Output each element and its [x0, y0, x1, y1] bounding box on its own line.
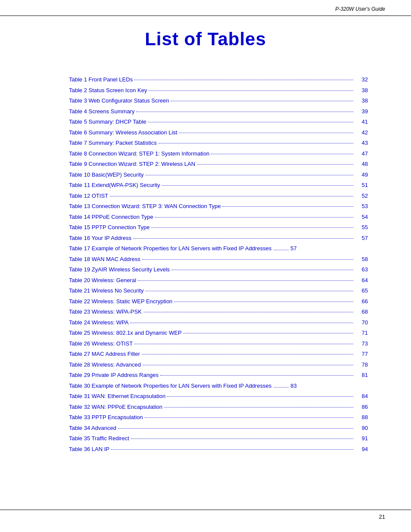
- toc-dots: [145, 291, 353, 291]
- toc-entry[interactable]: Table 8 Connection Wizard: STEP 1: Syste…: [69, 149, 368, 158]
- toc-link[interactable]: Table 5 Summary: DHCP Table: [69, 118, 146, 126]
- toc-entry[interactable]: Table 28 Wireless: Advanced78: [69, 361, 368, 369]
- toc-page: 73: [355, 339, 368, 348]
- toc-entry[interactable]: Table 15 PPTP Connection Type55: [69, 223, 368, 232]
- toc-entry[interactable]: Table 30 Example of Network Properties f…: [69, 382, 368, 390]
- toc-entry[interactable]: Table 16 Your IP Address57: [69, 234, 368, 243]
- toc-link[interactable]: Table 9 Connection Wizard: STEP 2: Wirel…: [69, 160, 195, 168]
- toc-entry[interactable]: Table 6 Summary: Wireless Association Li…: [69, 128, 368, 137]
- toc-link[interactable]: Table 13 Connection Wizard: STEP 3: WAN …: [69, 202, 221, 211]
- toc-entry[interactable]: Table 24 Wireless: WPA70: [69, 318, 368, 327]
- toc-link[interactable]: Table 31 WAN: Ethernet Encapsulation: [69, 392, 165, 401]
- toc-link[interactable]: Table 1 Front Panel LEDs: [69, 75, 133, 84]
- toc-entry[interactable]: Table 1 Front Panel LEDs32: [69, 75, 368, 84]
- toc-entry[interactable]: Table 33 PPTP Encapsulation88: [69, 413, 368, 422]
- toc-link[interactable]: Table 19 ZyAIR Wireless Security Levels: [69, 265, 170, 274]
- page-footer: 21: [0, 510, 411, 523]
- toc-dots: [171, 270, 353, 270]
- toc-link[interactable]: Table 36 LAN IP: [69, 445, 109, 454]
- toc-entry[interactable]: Table 17 Example of Network Properties f…: [69, 244, 368, 253]
- toc-link[interactable]: Table 4 Screens Summary: [69, 107, 134, 116]
- toc-entry[interactable]: Table 7 Summary: Packet Statistics43: [69, 139, 368, 147]
- toc-link[interactable]: Table 14 PPPoE Connection Type: [69, 213, 153, 221]
- toc-link[interactable]: Table 25 Wireless: 802.1x and Dynamic WE…: [69, 329, 182, 337]
- toc-page: 54: [355, 213, 368, 221]
- toc-entry[interactable]: Table 25 Wireless: 802.1x and Dynamic WE…: [69, 329, 368, 337]
- toc-page: 58: [355, 255, 368, 264]
- toc-link[interactable]: Table 3 Web Configurator Status Screen: [69, 96, 169, 105]
- toc-entry[interactable]: Table 31 WAN: Ethernet Encapsulation84: [69, 392, 368, 401]
- toc-dots: [162, 185, 353, 186]
- toc-link[interactable]: Table 15 PPTP Connection Type: [69, 223, 149, 232]
- toc-entry[interactable]: Table 34 Advanced90: [69, 424, 368, 432]
- toc-entry[interactable]: Table 5 Summary: DHCP Table41: [69, 118, 368, 126]
- toc-entry[interactable]: Table 32 WAN: PPPoE Encapsulation86: [69, 403, 368, 411]
- toc-entry[interactable]: Table 18 WAN MAC Address58: [69, 255, 368, 264]
- toc-dots: [174, 302, 353, 302]
- toc-page: 68: [355, 308, 368, 316]
- toc-page: 48: [355, 160, 368, 168]
- toc-link[interactable]: Table 12 OTIST: [69, 192, 108, 200]
- toc-page: 57: [290, 244, 296, 253]
- toc-entry[interactable]: Table 10 Basic(WEP) Security49: [69, 171, 368, 179]
- toc-entry[interactable]: Table 20 Wireless: General64: [69, 276, 368, 285]
- toc-link[interactable]: Table 32 WAN: PPPoE Encapsulation: [69, 403, 162, 411]
- toc-link[interactable]: Table 24 Wireless: WPA: [69, 318, 128, 327]
- toc-entry[interactable]: Table 2 Status Screen Icon Key38: [69, 86, 368, 95]
- toc-entry[interactable]: Table 35 Traffic Redirect91: [69, 434, 368, 443]
- toc-link[interactable]: Table 26 Wireless: OTIST: [69, 339, 133, 348]
- toc-link[interactable]: Table 28 Wireless: Advanced: [69, 361, 141, 369]
- toc-entry[interactable]: Table 23 Wireless: WPA-PSK68: [69, 308, 368, 316]
- toc-page: 38: [355, 86, 368, 95]
- toc-link[interactable]: Table 21 Wireless No Security: [69, 286, 143, 295]
- toc-page: 32: [355, 75, 368, 84]
- page-title: List of Tables: [26, 29, 385, 50]
- toc-link[interactable]: Table 33 PPTP Encapsulation: [69, 413, 143, 422]
- toc-link[interactable]: Table 29 Private IP Address Ranges: [69, 371, 159, 380]
- toc-section: Table 1 Front Panel LEDs32Table 2 Status…: [0, 75, 411, 473]
- toc-entry[interactable]: Table 36 LAN IP94: [69, 445, 368, 454]
- toc-page: 88: [355, 413, 368, 422]
- toc-link[interactable]: Table 2 Status Screen Icon Key: [69, 86, 147, 95]
- toc-entry[interactable]: Table 21 Wireless No Security65: [69, 286, 368, 295]
- toc-entry[interactable]: Table 9 Connection Wizard: STEP 2: Wirel…: [69, 160, 368, 168]
- page-title-section: List of Tables: [0, 16, 411, 75]
- toc-link[interactable]: Table 10 Basic(WEP) Security: [69, 171, 143, 179]
- toc-entry[interactable]: Table 3 Web Configurator Status Screen38: [69, 96, 368, 105]
- toc-link[interactable]: Table 23 Wireless: WPA-PSK: [69, 308, 142, 316]
- toc-link[interactable]: Table 27 MAC Address Filter: [69, 350, 140, 358]
- toc-dots: [145, 175, 353, 175]
- toc-dots: [149, 90, 353, 91]
- toc-link[interactable]: Table 22 Wireless: Static WEP Encryption: [69, 297, 172, 306]
- toc-link[interactable]: Table 11 Extend(WPA-PSK) Security: [69, 181, 160, 190]
- toc-entry[interactable]: Table 11 Extend(WPA-PSK) Security51: [69, 181, 368, 190]
- toc-dots: [179, 133, 353, 133]
- toc-page: 77: [355, 350, 368, 358]
- toc-entry[interactable]: Table 4 Screens Summary39: [69, 107, 368, 116]
- toc-entry[interactable]: Table 26 Wireless: OTIST73: [69, 339, 368, 348]
- toc-entry[interactable]: Table 22 Wireless: Static WEP Encryption…: [69, 297, 368, 306]
- toc-dots: [159, 143, 353, 143]
- toc-link[interactable]: Table 30 Example of Network Properties f…: [69, 382, 271, 390]
- toc-entry[interactable]: Table 14 PPPoE Connection Type54: [69, 213, 368, 221]
- toc-entry[interactable]: Table 29 Private IP Address Ranges81: [69, 371, 368, 380]
- toc-link[interactable]: Table 7 Summary: Packet Statistics: [69, 139, 157, 147]
- toc-entry[interactable]: Table 19 ZyAIR Wireless Security Levels6…: [69, 265, 368, 274]
- toc-page: 71: [355, 329, 368, 337]
- toc-entry[interactable]: Table 12 OTIST52: [69, 192, 368, 200]
- toc-link[interactable]: Table 34 Advanced: [69, 424, 116, 432]
- toc-link[interactable]: Table 17 Example of Network Properties f…: [69, 244, 271, 253]
- toc-link[interactable]: Table 16 Your IP Address: [69, 234, 131, 243]
- toc-entry[interactable]: Table 27 MAC Address Filter77: [69, 350, 368, 358]
- toc-link[interactable]: Table 18 WAN MAC Address: [69, 255, 140, 264]
- toc-dots: [171, 101, 353, 101]
- toc-link[interactable]: Table 6 Summary: Wireless Association Li…: [69, 128, 177, 137]
- toc-page: 94: [355, 445, 368, 454]
- toc-link[interactable]: Table 20 Wireless: General: [69, 276, 136, 285]
- toc-entry[interactable]: Table 13 Connection Wizard: STEP 3: WAN …: [69, 202, 368, 211]
- toc-link[interactable]: Table 8 Connection Wizard: STEP 1: Syste…: [69, 149, 209, 158]
- toc-dots: [118, 428, 353, 429]
- toc-page: 64: [355, 276, 368, 285]
- toc-link[interactable]: Table 35 Traffic Redirect: [69, 434, 129, 443]
- toc-page: 70: [355, 318, 368, 327]
